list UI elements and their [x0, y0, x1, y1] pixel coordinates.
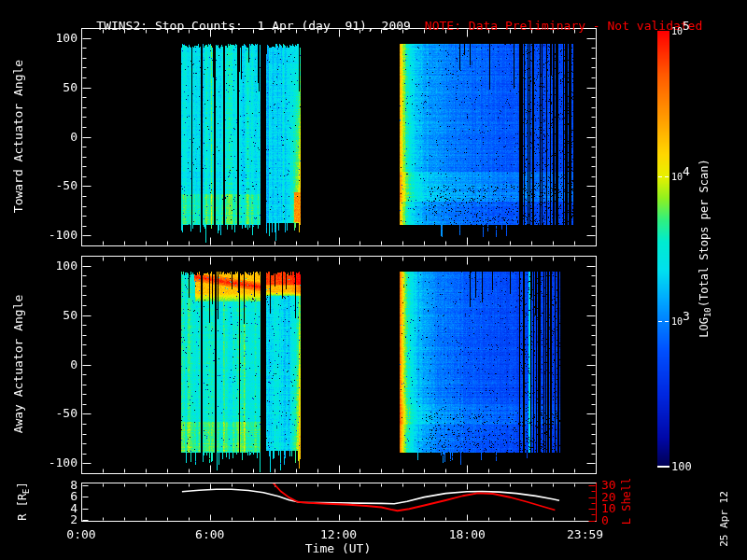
away-y-axis-title: Away Actuator Angle — [12, 295, 24, 434]
orbit-left-axis-title-pre: R [R — [16, 494, 29, 521]
orbit-left-axis-title-sub: E — [21, 488, 31, 493]
colorbar-tick-label: 104 — [671, 170, 690, 183]
lshell-tick-label: 0 — [601, 514, 609, 526]
colorbar-tick-label: 100 — [671, 460, 692, 472]
colorbar-tick-base: 10 — [671, 316, 683, 327]
colorbar-tick-base: 10 — [671, 172, 683, 182]
colorbar-title-pre: LOG — [698, 317, 711, 338]
spectrogram-canvas — [0, 0, 747, 560]
orbit-right-axis-title: L Shell — [621, 478, 632, 525]
toward-ytick-label: -100 — [49, 229, 78, 241]
time-tick-label: 12:00 — [320, 528, 357, 540]
toward-ytick-label: 50 — [63, 81, 78, 93]
twins2-plot-page: TWINS2: Stop Counts: 1 Apr (day 91), 200… — [0, 0, 747, 560]
preliminary-note: NOTE: Data Preliminary - Not validated — [411, 19, 702, 33]
colorbar-title-post: (Total Stops per Scan) — [698, 159, 711, 307]
colorbar-tick-base: 100 — [671, 460, 692, 473]
date-stamp: 25 Apr 12 — [719, 491, 730, 547]
away-ytick-label: 0 — [70, 358, 78, 371]
colorbar-tick-base: 10 — [671, 26, 683, 36]
away-ytick-label: -50 — [56, 407, 78, 419]
colorbar-tick-label: 103 — [671, 315, 690, 328]
away-ytick-label: 100 — [56, 259, 78, 272]
time-tick-label: 23:59 — [567, 528, 603, 540]
plot-title: TWINS2: Stop Counts: 1 Apr (day 91), 200… — [96, 19, 411, 33]
title-row: TWINS2: Stop Counts: 1 Apr (day 91), 200… — [67, 7, 702, 44]
colorbar-title: LOG10(Total Stops per Scan) — [698, 159, 711, 337]
time-axis-title: Time (UT) — [305, 542, 371, 554]
toward-ytick-label: -50 — [56, 179, 78, 191]
toward-ytick-label: 100 — [56, 32, 78, 44]
colorbar-tick-exponent: 4 — [683, 164, 690, 178]
away-ytick-label: -100 — [49, 456, 78, 469]
orbit-left-axis-title: R [RE] — [17, 482, 29, 521]
orbit-r-tick-label: 2 — [70, 513, 78, 525]
orbit-left-axis-title-post: ] — [16, 482, 29, 488]
time-tick-label: 6:00 — [195, 528, 224, 540]
away-ytick-label: 50 — [63, 309, 78, 321]
time-tick-label: 0:00 — [66, 528, 95, 540]
toward-ytick-label: 0 — [70, 131, 78, 143]
colorbar-tick-exponent: 3 — [683, 309, 690, 323]
colorbar-title-sub: 10 — [703, 307, 712, 317]
toward-y-axis-title: Toward Actuator Angle — [12, 60, 24, 213]
time-tick-label: 18:00 — [449, 528, 486, 540]
colorbar-tick-label: 105 — [671, 24, 690, 37]
colorbar-tick-exponent: 5 — [683, 19, 690, 33]
